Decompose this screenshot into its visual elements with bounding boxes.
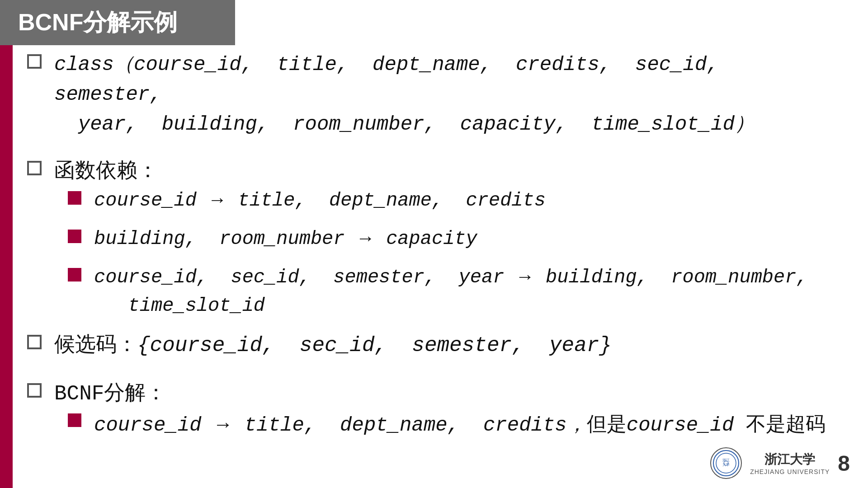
logo-cn: 浙江大学: [764, 451, 815, 468]
bullet-1: class（course_id, title, dept_name, credi…: [27, 50, 841, 139]
sub-bullet-square-2: [68, 230, 81, 243]
bullet-4-label: BCNF分解：: [54, 379, 166, 410]
bullet-3-text: 候选码：{course_id, sec_id, semester, year}: [54, 330, 612, 361]
slide-title: BCNF分解示例: [18, 7, 177, 38]
fd-2-text: building, room_number → capacity: [94, 225, 477, 253]
bullet-square-3: [27, 335, 42, 349]
svg-text:大学: 大学: [722, 463, 730, 467]
sub-bullet-square-bcnf-1: [68, 413, 81, 427]
bullet-square-2: [27, 161, 42, 175]
footer: 浙江 大学 浙江大学 ZHEJIANG UNIVERSITY 8: [710, 447, 850, 479]
title-bar: BCNF分解示例: [0, 0, 235, 45]
fd-3: course_id, sec_id, semester, year → buil…: [68, 263, 841, 320]
bullet-1-text: class（course_id, title, dept_name, credi…: [54, 50, 841, 139]
bcnf-1-text: course_id → title, dept_name, credits，但是…: [94, 409, 826, 440]
fd-1: course_id → title, dept_name, credits: [68, 187, 841, 215]
bullet-2-label: 函数依赖：: [54, 156, 158, 188]
fd-3-text: course_id, sec_id, semester, year → buil…: [94, 263, 808, 320]
bullet-4: BCNF分解：: [27, 379, 841, 410]
sub-bullets-bcnf: course_id → title, dept_name, credits，但是…: [68, 409, 841, 440]
fd-2: building, room_number → capacity: [68, 225, 841, 253]
logo-text: 浙江大学 ZHEJIANG UNIVERSITY: [750, 451, 830, 475]
bullet-square-1: [27, 54, 42, 69]
sub-bullets-fd: course_id → title, dept_name, credits bu…: [68, 187, 841, 320]
bullet-square-4: [27, 383, 42, 398]
fd-1-text: course_id → title, dept_name, credits: [94, 187, 546, 215]
main-content: class（course_id, title, dept_name, credi…: [27, 50, 841, 461]
bullet-2: 函数依赖：: [27, 156, 841, 188]
logo-svg: 浙江 大学: [712, 450, 740, 477]
page-number: 8: [838, 451, 850, 476]
sub-bullet-square-3: [68, 268, 81, 282]
bcnf-1: course_id → title, dept_name, credits，但是…: [68, 409, 841, 440]
left-accent-bar: [0, 0, 13, 488]
svg-text:浙江: 浙江: [722, 458, 730, 462]
sub-bullet-square-1: [68, 191, 81, 205]
logo-circle: 浙江 大学: [710, 447, 742, 479]
logo-en: ZHEJIANG UNIVERSITY: [750, 468, 830, 475]
bullet-3: 候选码：{course_id, sec_id, semester, year}: [27, 330, 841, 361]
